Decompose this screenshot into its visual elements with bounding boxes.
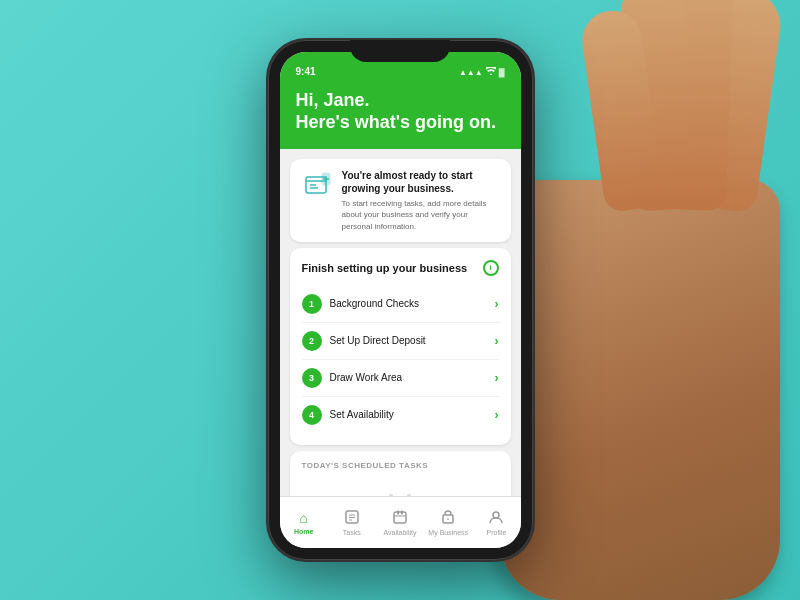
setup-card: Finish setting up your business i 1 Back… (290, 248, 511, 445)
setup-title: Finish setting up your business (302, 262, 468, 274)
task-label-3: Draw Work Area (330, 372, 495, 383)
task-number-2: 2 (302, 331, 322, 351)
profile-icon (489, 510, 503, 527)
task-label-4: Set Availability (330, 409, 495, 420)
today-section: TODAY'S SCHEDULED TASKS Here's where (290, 451, 511, 496)
status-icons: ▲▲▲ ▓ (459, 67, 505, 77)
nav-label-business: My Business (428, 529, 468, 536)
phone-screen: 9:41 ▲▲▲ ▓ Hi, Jane. Here's what's going… (280, 52, 521, 548)
header-section: Hi, Jane. Here's what's going on. (280, 80, 521, 149)
nav-label-tasks: Tasks (343, 529, 361, 536)
svg-rect-21 (401, 510, 403, 514)
chevron-icon-3: › (495, 371, 499, 385)
phone-frame: 9:41 ▲▲▲ ▓ Hi, Jane. Here's what's going… (268, 40, 533, 560)
business-icon (441, 510, 455, 527)
bottom-nav: ⌂ Home Tasks (280, 496, 521, 548)
home-icon: ⌂ (299, 510, 307, 526)
task-number-4: 4 (302, 405, 322, 425)
task-item-1[interactable]: 1 Background Checks › (302, 286, 499, 323)
svg-point-24 (493, 512, 499, 518)
nav-item-business[interactable]: My Business (424, 510, 472, 536)
chevron-icon-1: › (495, 297, 499, 311)
wifi-icon (486, 67, 496, 77)
svg-rect-18 (394, 512, 406, 523)
nav-label-availability: Availability (384, 529, 417, 536)
alert-text-content: You're almost ready to start growing you… (342, 169, 499, 232)
svg-rect-20 (397, 510, 399, 514)
alert-icon (302, 169, 334, 201)
alert-card: You're almost ready to start growing you… (290, 159, 511, 242)
chevron-icon-4: › (495, 408, 499, 422)
svg-rect-9 (389, 494, 393, 496)
task-label-2: Set Up Direct Deposit (330, 335, 495, 346)
nav-item-availability[interactable]: Availability (376, 510, 424, 536)
phone-notch (350, 40, 450, 62)
task-number-1: 1 (302, 294, 322, 314)
nav-label-home: Home (294, 528, 313, 535)
task-item-2[interactable]: 2 Set Up Direct Deposit › (302, 323, 499, 360)
today-label: TODAY'S SCHEDULED TASKS (302, 461, 499, 470)
status-time: 9:41 (296, 66, 316, 77)
nav-label-profile: Profile (486, 529, 506, 536)
signal-icon: ▲▲▲ (459, 68, 483, 77)
nav-item-home[interactable]: ⌂ Home (280, 510, 328, 535)
app-container: 9:41 ▲▲▲ ▓ Hi, Jane. Here's what's going… (0, 0, 800, 600)
nav-item-profile[interactable]: Profile (472, 510, 520, 536)
nav-item-tasks[interactable]: Tasks (328, 510, 376, 536)
greeting-text: Hi, Jane. Here's what's going on. (296, 90, 505, 133)
alert-description: To start receiving tasks, add more detai… (342, 198, 499, 232)
task-item-4[interactable]: 4 Set Availability › (302, 397, 499, 433)
info-icon[interactable]: i (483, 260, 499, 276)
calendar-large-icon (302, 478, 499, 496)
main-content[interactable]: You're almost ready to start growing you… (280, 149, 521, 496)
task-label-1: Background Checks (330, 298, 495, 309)
svg-rect-10 (407, 494, 411, 496)
task-item-3[interactable]: 3 Draw Work Area › (302, 360, 499, 397)
setup-header: Finish setting up your business i (302, 260, 499, 276)
chevron-icon-2: › (495, 334, 499, 348)
battery-icon: ▓ (499, 68, 505, 77)
availability-icon (393, 510, 407, 527)
alert-title: You're almost ready to start growing you… (342, 169, 499, 195)
hand-palm (500, 180, 780, 600)
tasks-icon (345, 510, 359, 527)
task-number-3: 3 (302, 368, 322, 388)
